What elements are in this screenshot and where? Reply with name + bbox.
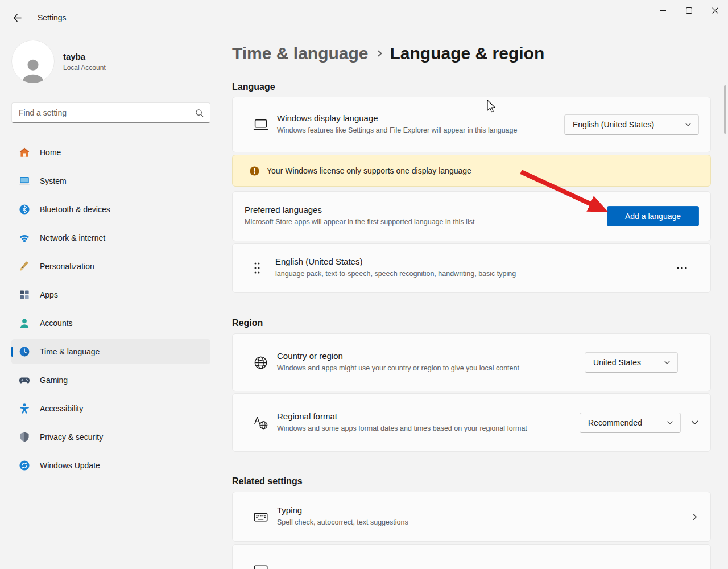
breadcrumb-chevron-icon xyxy=(375,49,383,58)
game-controller-icon xyxy=(19,374,30,386)
sidebar-item-label: Privacy & security xyxy=(40,432,103,442)
window-controls xyxy=(650,0,728,20)
add-language-button[interactable]: Add a language xyxy=(607,206,699,226)
sidebar-item-bluetooth-devices[interactable]: Bluetooth & devices xyxy=(11,197,210,222)
dropdown-value: English (United States) xyxy=(573,120,654,129)
apps-grid-icon xyxy=(19,289,30,300)
language-name: English (United States) xyxy=(275,257,516,266)
system-icon xyxy=(19,175,30,187)
display-icon xyxy=(253,117,268,133)
setting-title: Typing xyxy=(277,505,408,515)
wifi-icon xyxy=(19,232,30,244)
sidebar-item-accessibility[interactable]: Accessibility xyxy=(11,396,210,421)
regional-format-icon xyxy=(253,415,268,430)
maximize-icon xyxy=(686,7,692,14)
setting-description: Windows and some apps format dates and t… xyxy=(277,423,527,434)
avatar xyxy=(11,40,55,83)
license-warning-banner: Your Windows license only supports one d… xyxy=(232,155,711,187)
drag-handle-icon[interactable] xyxy=(253,261,261,275)
sidebar-item-label: Apps xyxy=(40,290,58,299)
preferred-languages-card: Preferred languages Microsoft Store apps… xyxy=(232,191,711,241)
sidebar-item-label: Accessibility xyxy=(40,404,83,413)
setting-description: Windows features like Settings and File … xyxy=(277,125,517,136)
breadcrumb: Time & language Language & region xyxy=(232,42,711,65)
display-language-dropdown[interactable]: English (United States) xyxy=(564,114,699,135)
shield-icon xyxy=(19,431,30,443)
warning-text: Your Windows license only supports one d… xyxy=(267,166,471,175)
accessibility-person-icon xyxy=(19,403,30,414)
dropdown-value: United States xyxy=(593,358,641,367)
chevron-down-icon xyxy=(690,418,699,427)
person-icon xyxy=(19,318,30,329)
country-region-card: Country or region Windows and apps might… xyxy=(232,333,711,391)
bluetooth-icon xyxy=(19,204,30,215)
dropdown-value: Recommended xyxy=(588,418,642,427)
regional-format-card: Regional format Windows and some apps fo… xyxy=(232,393,711,452)
section-title-language: Language xyxy=(232,82,711,92)
section-title-related: Related settings xyxy=(232,476,711,486)
chevron-down-icon xyxy=(667,419,673,426)
sidebar-item-network-internet[interactable]: Network & internet xyxy=(11,225,210,250)
setting-title: Windows display language xyxy=(277,113,517,123)
titlebar: Settings xyxy=(0,0,728,27)
breadcrumb-parent[interactable]: Time & language xyxy=(232,44,369,63)
minimize-icon xyxy=(660,7,666,14)
more-options-button[interactable] xyxy=(673,261,691,275)
user-account-type: Local Account xyxy=(63,64,106,72)
section-title-region: Region xyxy=(232,318,711,328)
sidebar: tayba Local Account Home System Bluetoot… xyxy=(0,27,222,569)
minimize-button[interactable] xyxy=(650,0,676,20)
sidebar-item-personalization[interactable]: Personalization xyxy=(11,254,210,279)
sidebar-item-windows-update[interactable]: Windows Update xyxy=(11,453,210,478)
search-icon xyxy=(195,109,204,117)
page-title: Language & region xyxy=(390,44,545,63)
regional-format-dropdown[interactable]: Recommended xyxy=(580,413,681,433)
paintbrush-icon xyxy=(19,261,30,272)
search-box xyxy=(11,102,210,123)
chevron-down-icon xyxy=(685,121,692,128)
sidebar-item-time-language[interactable]: Time & language xyxy=(11,339,210,364)
sidebar-item-label: Bluetooth & devices xyxy=(40,205,110,214)
sidebar-item-label: Home xyxy=(40,148,61,157)
sidebar-item-accounts[interactable]: Accounts xyxy=(11,311,210,336)
sidebar-item-label: Time & language xyxy=(40,347,100,356)
close-button[interactable] xyxy=(702,0,728,20)
setting-title: Regional format xyxy=(277,411,527,421)
sidebar-item-privacy-security[interactable]: Privacy & security xyxy=(11,424,210,450)
country-dropdown[interactable]: United States xyxy=(585,352,678,373)
close-icon xyxy=(712,7,718,14)
setting-description: Windows and apps might use your country … xyxy=(277,363,519,374)
maximize-button[interactable] xyxy=(676,0,702,20)
setting-title: Preferred languages xyxy=(245,205,474,215)
sidebar-item-apps[interactable]: Apps xyxy=(11,282,210,307)
sidebar-item-system[interactable]: System xyxy=(11,168,210,193)
globe-icon xyxy=(253,355,268,370)
user-profile[interactable]: tayba Local Account xyxy=(11,40,106,83)
chevron-right-icon xyxy=(690,513,699,521)
more-icon xyxy=(676,266,688,270)
chevron-down-icon xyxy=(664,359,671,366)
selected-indicator xyxy=(11,347,13,357)
partial-settings-card[interactable] xyxy=(232,544,711,569)
back-arrow-icon xyxy=(13,13,22,23)
search-input[interactable] xyxy=(12,103,210,122)
setting-title: Country or region xyxy=(277,351,519,361)
scrollbar-thumb[interactable] xyxy=(724,85,726,134)
sidebar-item-label: Windows Update xyxy=(40,461,100,470)
sidebar-item-label: Gaming xyxy=(40,376,68,385)
app-title: Settings xyxy=(38,13,67,22)
back-button[interactable] xyxy=(6,7,28,28)
expand-card-button[interactable] xyxy=(690,418,699,427)
sidebar-item-label: System xyxy=(40,176,67,185)
sidebar-item-label: Personalization xyxy=(40,262,94,271)
language-features: language pack, text-to-speech, speech re… xyxy=(275,269,516,279)
partial-card-icon xyxy=(253,562,268,569)
sidebar-item-gaming[interactable]: Gaming xyxy=(11,368,210,393)
home-icon xyxy=(19,147,30,158)
update-refresh-icon xyxy=(19,460,30,471)
clock-language-icon xyxy=(19,346,30,357)
sidebar-item-home[interactable]: Home xyxy=(11,140,210,165)
sidebar-nav: Home System Bluetooth & devices Network … xyxy=(11,140,210,481)
installed-language-row: English (United States) language pack, t… xyxy=(232,243,711,293)
typing-card[interactable]: Typing Spell check, autocorrect, text su… xyxy=(232,492,711,542)
